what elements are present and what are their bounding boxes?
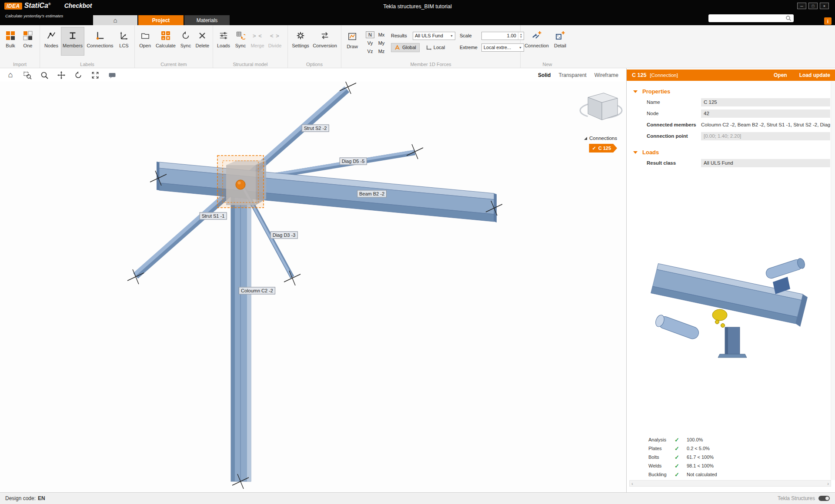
connected-members-value: Coloumn C2 -2, Beam B2 -2, Strut S1 -1, … [701,122,830,127]
pan-icon[interactable] [56,70,67,80]
one-import-icon [22,30,34,42]
zoom-window-icon[interactable] [22,70,33,80]
lcs-button[interactable]: LCS [116,27,132,56]
group-label-current-item: Current item [135,62,213,67]
panel-horizontal-scrollbar[interactable]: ‹ › [629,480,831,487]
load-update-button[interactable]: Load update [799,72,830,78]
delete-button[interactable]: Delete [194,27,211,56]
toggle-vy[interactable]: Vy [366,40,374,46]
extreme-dropdown[interactable]: Local extre...▼ [481,43,524,52]
minimize-button[interactable]: ─ [797,3,806,9]
rotate-icon[interactable] [73,70,84,80]
scale-input[interactable]: 1.00 ▲▼ [481,32,524,40]
connection-panel: C 125 [Connection] Open Load update Prop… [626,68,835,492]
group-label-new: New [521,62,574,67]
connection-preview[interactable] [635,242,828,378]
check-row-analysis[interactable]: Analysis ✓ 100.0% [648,435,717,444]
close-button[interactable]: × [820,3,829,9]
tab-project[interactable]: Project [138,15,184,25]
info-badge[interactable]: i [824,17,832,25]
open-connection-button[interactable]: Open [774,72,787,78]
member-label-strut-s2[interactable]: Strut S2 -2 [302,125,329,132]
mode-solid[interactable]: Solid [538,72,551,78]
zoom-icon[interactable] [39,70,50,80]
panel-vertical-scrollbar[interactable] [831,81,835,480]
structural-model-3d[interactable] [0,82,626,492]
check-row-plates[interactable]: Plates ✓ 0.2 < 5.0% [648,444,717,453]
members-button[interactable]: Members [61,27,84,56]
titlebar: IDEA StatiCa® Checkbot Calculate yesterd… [0,0,835,25]
ribbon-group-structural-model: Loads Sync > < Merge < > Divide Structur… [213,25,288,68]
home-tab-icon: ⌂ [113,17,117,24]
tagline: Calculate yesterday's estimates [5,13,63,18]
check-pass-icon: ✓ [675,445,687,452]
connections-button[interactable]: Connections [84,27,116,56]
calculate-button[interactable]: Calculate [154,27,177,56]
draw-button[interactable]: Draw [343,28,361,56]
member-label-diag-d5[interactable]: Diag D5 -5 [340,158,367,165]
toggle-vz[interactable]: Vz [366,48,374,55]
check-row-welds[interactable]: Welds ✓ 98.1 < 100% [648,461,717,470]
tree-expander-icon[interactable] [584,137,587,140]
one-button[interactable]: One [19,27,37,56]
ribbon-group-options: Settings Conversion Options [288,25,341,68]
toggle-mx[interactable]: Mx [376,31,387,38]
loads-sliders-icon [217,30,230,42]
home-view-icon[interactable]: ⌂ [5,70,16,80]
mode-transparent[interactable]: Transparent [558,72,586,78]
check-row-bolts[interactable]: Bolts ✓ 61.7 < 100% [648,453,717,461]
connection-item-c125[interactable]: ✓ C 125 [589,144,617,153]
conversion-button[interactable]: Conversion [311,27,338,56]
member-label-beam-b2[interactable]: Beam B2 -2 [357,190,387,198]
connection-panel-body: Properties Name C 125 Node 42 Connected … [627,81,831,169]
tab-home[interactable]: ⌂ [93,15,137,25]
new-detail-button[interactable]: Detail [551,27,569,56]
result-class-field[interactable]: All ULS Fund [701,159,830,167]
connections-tree-group[interactable]: Connections [584,136,617,141]
window-title: Tekla structures_BIM tutorial [0,3,835,10]
properties-section-header[interactable]: Properties [633,88,831,95]
model-viewport[interactable]: Strut S2 -2 Diag D5 -5 Beam B2 -2 Strut … [0,82,626,492]
navigation-cube[interactable] [580,93,622,120]
results-dropdown[interactable]: All ULS Fund▼ [413,32,455,40]
new-connection-button[interactable]: Connection [522,27,551,56]
search-icon [785,15,792,21]
local-axes-icon [426,45,431,50]
lcs-icon [118,30,130,42]
bulk-import-icon [4,30,17,42]
search-input[interactable] [708,16,785,21]
nodes-button[interactable]: Nodes [42,27,61,56]
member-label-column-c2[interactable]: Coloumn C2 -2 [239,287,275,295]
mode-wireframe[interactable]: Wireframe [595,72,618,78]
connection-type: [Connection] [650,73,678,78]
settings-button[interactable]: Settings [290,27,311,56]
toggle-my[interactable]: My [376,40,387,46]
toggle-n[interactable]: N [366,31,374,38]
toggle-mz[interactable]: Mz [376,48,387,55]
draw-forces-icon [346,30,358,43]
member-label-diag-d3[interactable]: Diag D3 -3 [271,232,298,239]
ribbon-group-new: Connection Detail New [521,25,574,68]
check-row-buckling[interactable]: Buckling ✓ Not calculated [648,470,717,479]
maximize-button[interactable]: □ [808,3,818,9]
sync-model-button[interactable]: Sync [232,27,249,56]
connection-preview-3d[interactable] [635,242,828,377]
bulk-button[interactable]: Bulk [2,27,19,56]
loads-button[interactable]: Loads [215,27,232,56]
loads-section-header[interactable]: Loads [633,149,831,156]
labels-toggle-icon[interactable] [107,70,117,80]
local-button[interactable]: Local [422,43,448,52]
bim-link-toggle-icon[interactable] [818,496,830,501]
scroll-right-icon[interactable]: › [827,481,829,486]
global-button[interactable]: Global [391,43,420,52]
open-button[interactable]: Open [137,27,154,56]
name-field[interactable]: C 125 [701,98,830,106]
tab-materials[interactable]: Materials [184,15,230,25]
render-modes: Solid Transparent Wireframe [538,72,621,78]
zoom-fit-icon[interactable] [90,70,100,80]
merge-icon: > < [251,30,264,42]
member-label-strut-s1[interactable]: Strut S1 -1 [200,212,227,220]
scroll-left-icon[interactable]: ‹ [631,481,633,486]
node-field[interactable]: 42 [701,109,830,118]
sync-current-button[interactable]: Sync [177,27,194,56]
